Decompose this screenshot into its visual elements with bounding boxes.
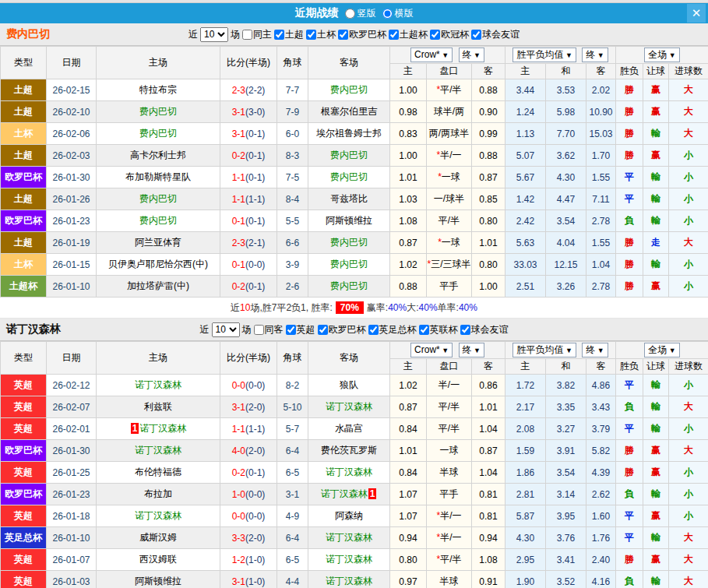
fullmatch-dropdown[interactable]: 全场 xyxy=(644,343,679,357)
final-dropdown[interactable]: 终 xyxy=(459,48,484,62)
league-filter[interactable]: 欧冠杯 xyxy=(430,28,469,41)
date-cell: 26-02-07 xyxy=(47,396,97,418)
league-checkbox[interactable] xyxy=(430,30,440,40)
avg-draw-cell: 3.53 xyxy=(546,79,586,101)
league-type-cell: 土超 xyxy=(1,101,47,123)
layout-option-vertical[interactable]: 竖版 xyxy=(345,7,376,20)
away-team-name: 根塞尔伯里吉 xyxy=(321,106,377,117)
score-cell: 0-2(0-1) xyxy=(220,276,277,298)
handicap-line-cell: 平/半 xyxy=(427,210,472,232)
avg-group-header: 胜平负均值 终 xyxy=(505,342,616,359)
handicap-line-cell: *平/半 xyxy=(427,549,472,571)
col-result: 胜负 xyxy=(616,359,643,375)
league-checkbox[interactable] xyxy=(306,30,316,40)
handicap-line-cell: *一球 xyxy=(427,167,472,188)
line-text: 半球 xyxy=(440,576,459,586)
horizontal-radio[interactable] xyxy=(382,9,393,19)
halftime-score: (0-1) xyxy=(245,150,265,161)
home-team-name: 费内巴切 xyxy=(139,193,177,204)
final-dropdown[interactable]: 终 xyxy=(459,343,484,357)
league-type-cell: 欧罗巴杯 xyxy=(1,484,47,505)
corners-cell: 7-9 xyxy=(277,101,308,123)
league-filter[interactable]: 英足总杯 xyxy=(368,323,417,336)
league-checkbox[interactable] xyxy=(471,30,481,40)
date-cell: 26-01-30 xyxy=(47,440,97,462)
same-venue-checkbox[interactable] xyxy=(254,325,264,335)
fullmatch-dropdown[interactable]: 全场 xyxy=(644,48,679,62)
fulltime-score: 2-3 xyxy=(232,85,245,96)
same-venue-filter[interactable]: 同客 xyxy=(254,323,284,336)
corners-cell: 2-6 xyxy=(277,276,308,298)
result-cell: 平 xyxy=(616,418,643,440)
col-handicap: 让球 xyxy=(643,359,669,375)
league-filter[interactable]: 英联杯 xyxy=(419,323,458,336)
final-dropdown2[interactable]: 终 xyxy=(582,343,608,357)
match-row: 土杯26-02-06费内巴切3-1(0-1)6-0埃尔祖鲁姆士邦0.83两/两球… xyxy=(1,123,708,145)
handicap-result-cell: 輸 xyxy=(643,210,669,232)
league-checkbox[interactable] xyxy=(338,30,348,40)
league-filter[interactable]: 球会友谊 xyxy=(471,28,520,41)
final-dropdown2[interactable]: 终 xyxy=(582,48,608,62)
goals-result-cell: 小 xyxy=(669,254,708,276)
score-cell: 1-1(1-1) xyxy=(220,188,277,210)
corners-cell: 8-2 xyxy=(277,375,308,396)
handicap-line-cell: 两/两球半 xyxy=(427,123,472,145)
league-filter[interactable]: 球会友谊 xyxy=(460,323,509,336)
col-avg-home: 主 xyxy=(505,64,546,79)
bookmaker-dropdown[interactable]: Crow* xyxy=(410,48,453,62)
league-filter[interactable]: 土超杯 xyxy=(389,28,428,41)
home-odds-cell: 1.00 xyxy=(390,145,427,167)
avg-draw-cell: 12.15 xyxy=(546,254,586,276)
league-label: 欧罗巴杯 xyxy=(349,28,386,41)
goals-result-cell: 大 xyxy=(669,232,708,254)
col-goals: 进球数 xyxy=(669,359,708,375)
home-odds-cell: 1.00 xyxy=(390,79,427,101)
match-count-select[interactable]: 10 xyxy=(212,322,240,337)
league-checkbox[interactable] xyxy=(419,325,429,335)
league-checkbox[interactable] xyxy=(274,30,284,40)
same-venue-filter[interactable]: 同主 xyxy=(242,28,272,41)
league-checkbox[interactable] xyxy=(286,325,296,335)
avg-draw-cell: 3.76 xyxy=(546,527,586,549)
col-line: 盘口 xyxy=(427,359,472,375)
league-checkbox[interactable] xyxy=(389,30,399,40)
avg-away-cell: 10.90 xyxy=(586,101,616,123)
vertical-radio[interactable] xyxy=(345,9,355,19)
league-filter[interactable]: 土杯 xyxy=(306,28,336,41)
avg-dropdown[interactable]: 胜平负均值 xyxy=(513,343,576,357)
handicap-result-cell: 赢 xyxy=(643,440,669,462)
home-team-cell: 布加勒斯特星队 xyxy=(97,167,220,188)
line-text: 半/一 xyxy=(439,379,460,390)
match-row: 土超26-02-10费内巴切3-1(3-0)7-9根塞尔伯里吉0.98球半/两0… xyxy=(1,101,708,123)
match-count-select[interactable]: 10 xyxy=(200,27,228,42)
result-cell: 負 xyxy=(616,210,643,232)
away-team-name: 诺丁汉森林 xyxy=(326,554,372,565)
fulltime-score: 0-1 xyxy=(232,216,245,227)
close-icon[interactable]: ✕ xyxy=(687,4,706,23)
home-team-name: 费内巴切 xyxy=(139,106,177,117)
league-filter[interactable]: 欧罗巴杯 xyxy=(318,323,366,336)
league-checkbox[interactable] xyxy=(460,325,470,335)
league-filter[interactable]: 英超 xyxy=(286,323,315,336)
date-cell: 26-01-19 xyxy=(47,232,97,254)
league-checkbox[interactable] xyxy=(318,325,328,335)
summary-segment: 近 xyxy=(231,301,240,315)
bookmaker-dropdown[interactable]: Crow* xyxy=(410,343,453,357)
handicap-result-cell: 輸 xyxy=(643,254,669,276)
league-filter[interactable]: 欧罗巴杯 xyxy=(338,28,386,41)
goals-result-cell: 大 xyxy=(669,79,708,101)
match-row: 欧罗巴杯26-01-23布拉加1-0(0-0)3-1诺丁汉森林11.07平手0.… xyxy=(1,484,708,505)
avg-dropdown[interactable]: 胜平负均值 xyxy=(513,48,576,62)
summary-segment: 40% xyxy=(388,302,407,313)
home-team-cell: 阿斯顿维拉 xyxy=(97,571,220,588)
avg-draw-cell: 3.91 xyxy=(546,440,586,462)
avg-home-cell: 1.24 xyxy=(505,101,546,123)
league-filter[interactable]: 土超 xyxy=(274,28,304,41)
goals-result-cell: 小 xyxy=(669,167,708,188)
games-label: 场 xyxy=(242,323,252,336)
home-team-name: 威斯汉姆 xyxy=(139,532,177,543)
same-venue-checkbox[interactable] xyxy=(242,30,252,40)
league-checkbox[interactable] xyxy=(368,325,379,335)
team1-table-body: 土超26-02-15特拉布宗2-3(2-2)7-7费内巴切1.00*平/半0.8… xyxy=(1,79,708,298)
layout-option-horizontal[interactable]: 横版 xyxy=(382,7,414,20)
